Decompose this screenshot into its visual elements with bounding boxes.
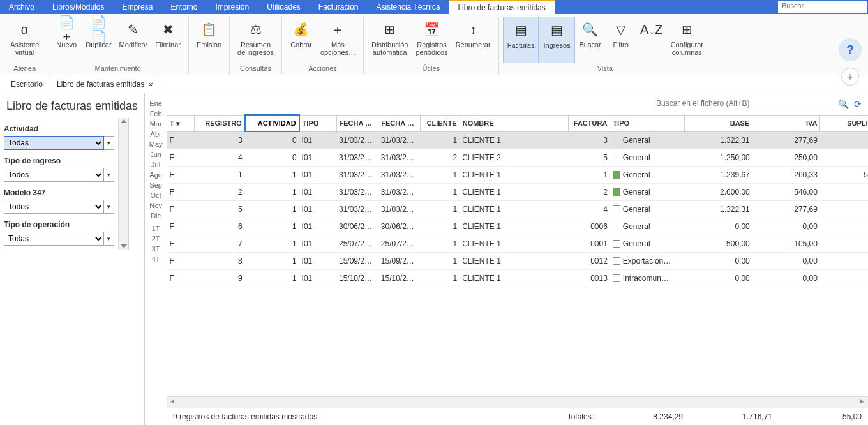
column-header-base[interactable]: BASE [685, 115, 752, 131]
column-header-fecha_e[interactable]: FECHA E… [378, 115, 421, 131]
distribucion-automatica-button[interactable]: ⊞Distribuciónautomática [368, 17, 412, 63]
global-search[interactable] [778, 1, 867, 13]
global-search-input[interactable] [778, 1, 867, 11]
month-item[interactable]: May [145, 139, 167, 149]
menu-item[interactable]: Utilidades [258, 0, 310, 14]
month-item[interactable]: Ene [145, 98, 167, 108]
checkbox-icon[interactable] [613, 188, 620, 196]
month-item[interactable]: Mar [145, 119, 167, 129]
table-row[interactable]: F40I0131/03/20…31/03/20…2CLIENTE 25Gener… [167, 149, 868, 167]
month-item[interactable]: Ago [145, 170, 167, 180]
chevron-down-icon[interactable]: ▾ [174, 119, 180, 127]
filter-select-tipo_ingreso[interactable]: Todos [4, 168, 104, 182]
eliminar-button[interactable]: ✖Eliminar [151, 17, 184, 63]
data-grid[interactable]: T ▾REGISTROACTIVIDADTIPOFECHA R…FECHA E…… [167, 114, 868, 287]
filter-select-actividad[interactable]: Todas [4, 136, 104, 150]
filter-select-modelo347[interactable]: Todos [4, 200, 104, 214]
column-header-factura[interactable]: FACTURA [568, 115, 610, 131]
checkbox-icon[interactable] [613, 257, 620, 265]
column-header-suplido[interactable]: SUPLIDO [820, 115, 868, 131]
horizontal-scrollbar[interactable] [167, 396, 868, 408]
month-item[interactable]: Oct [145, 190, 167, 200]
help-icon[interactable]: ? [839, 38, 862, 61]
table-row[interactable]: F51I0131/03/20…31/03/20…1CLIENTE 14Gener… [167, 201, 868, 218]
month-item[interactable]: Nov [145, 200, 167, 211]
add-tab-button[interactable]: ＋ [841, 68, 859, 86]
column-header-nombre[interactable]: NOMBRE [460, 115, 568, 131]
asistente-virtual-button[interactable]: αAsistentevirtual [6, 17, 43, 63]
checkbox-icon[interactable] [613, 137, 620, 144]
filter-label-tipo_operacion: Tipo de operación [4, 220, 114, 229]
mas-opciones-button[interactable]: ＋Másopciones… [317, 17, 359, 63]
table-row[interactable]: F21I0131/03/20…31/03/20…1CLIENTE 12Gener… [167, 184, 868, 201]
registros-periodicos-button[interactable]: 📅Registrosperiódicos [412, 17, 451, 63]
nuevo-button[interactable]: 📄+Nuevo [51, 17, 82, 63]
column-header-fecha_r[interactable]: FECHA R… [336, 115, 378, 131]
grid-search-input[interactable] [654, 97, 833, 110]
month-item[interactable]: 3T [145, 244, 167, 254]
buscar-button[interactable]: 🔍Buscar [575, 17, 606, 63]
table-row[interactable]: F81I0115/09/20…15/09/20…1CLIENTE 10012Ex… [167, 253, 868, 270]
cell-suplido: 0,0 [820, 201, 868, 218]
column-header-actividad[interactable]: ACTIVIDAD [245, 115, 299, 131]
table-row[interactable]: F71I0125/07/20…25/07/20…1CLIENTE 10001Ge… [167, 235, 868, 253]
cell-fecha_e: 25/07/20… [378, 235, 421, 253]
checkbox-icon[interactable] [613, 171, 620, 179]
column-header-tipo2[interactable]: TIPO [610, 115, 685, 131]
table-row[interactable]: F91I0115/10/20…15/10/20…1CLIENTE 10013In… [167, 270, 868, 287]
table-row[interactable]: F30I0131/03/20…31/03/20…1CLIENTE 13Gener… [167, 131, 868, 149]
column-header-cliente[interactable]: CLIENTE [421, 115, 460, 131]
duplicar-button[interactable]: 📄📄Duplicar [82, 17, 115, 63]
menu-item[interactable]: Asistencia Técnica [368, 0, 449, 14]
menu-item[interactable]: Impresión [206, 0, 258, 14]
cobrar-button[interactable]: 💰Cobrar [286, 17, 317, 63]
modificar-button[interactable]: ✎Modificar [116, 17, 152, 63]
search-icon[interactable]: 🔍 [838, 99, 849, 109]
facturas-button[interactable]: ▤Facturas [503, 17, 539, 63]
orden-button[interactable]: A↓Z [636, 17, 667, 63]
menu-item[interactable]: Libros/Módulos [43, 0, 113, 14]
month-item[interactable]: Abr [145, 129, 167, 139]
close-icon[interactable]: ✕ [148, 81, 153, 88]
chevron-down-icon[interactable]: ▾ [104, 136, 114, 150]
menu-item[interactable]: Entorno [161, 0, 206, 14]
resumen-ingresos-button[interactable]: ⚖Resumende ingresos [234, 17, 278, 63]
chevron-down-icon[interactable]: ▾ [104, 232, 114, 246]
checkbox-icon[interactable] [613, 223, 620, 230]
ingresos-button[interactable]: ▤Ingresos [539, 17, 574, 63]
active-context-tab[interactable]: Libro de facturas emitidas [449, 0, 554, 14]
menu-item[interactable]: Facturación [310, 0, 368, 14]
column-header-t[interactable]: T ▾ [167, 115, 194, 131]
cell-fecha_r: 15/09/20… [336, 253, 378, 270]
checkbox-icon[interactable] [613, 274, 620, 282]
menu-item[interactable]: Archivo [0, 0, 43, 14]
column-header-iva[interactable]: IVA [752, 115, 820, 131]
filter-select-tipo_operacion[interactable]: Todas [4, 232, 104, 246]
filter-scrollbar[interactable] [118, 118, 128, 250]
configurar-columnas-button[interactable]: ⊞Configurarcolumnas [667, 17, 707, 63]
month-item[interactable]: Jun [145, 149, 167, 160]
renumerar-button[interactable]: ↕Renumerar [452, 17, 495, 63]
doc-tab[interactable]: Escritorio [4, 77, 50, 92]
doc-tab[interactable]: Libro de facturas emitidas✕ [50, 77, 160, 92]
checkbox-icon[interactable] [613, 205, 620, 213]
emision-button[interactable]: 📋Emisión [193, 17, 225, 71]
month-item[interactable]: 2T [145, 234, 167, 244]
month-item[interactable]: Feb [145, 108, 167, 119]
refresh-icon[interactable]: ⟳ [854, 99, 862, 109]
table-row[interactable]: F61I0130/06/20…30/06/20…1CLIENTE 10006Ge… [167, 218, 868, 235]
month-item[interactable]: Sep [145, 180, 167, 190]
month-item[interactable]: Jul [145, 160, 167, 170]
checkbox-icon[interactable] [613, 240, 620, 248]
chevron-down-icon[interactable]: ▾ [104, 200, 114, 214]
month-item[interactable]: Dic [145, 211, 167, 221]
column-header-registro[interactable]: REGISTRO [194, 115, 245, 131]
month-item[interactable]: 4T [145, 254, 167, 264]
checkbox-icon[interactable] [613, 154, 620, 161]
month-item[interactable]: 1T [145, 223, 167, 234]
filtro-button[interactable]: ▽Filtro [606, 17, 636, 63]
column-header-tipo[interactable]: TIPO [299, 115, 336, 131]
menu-item[interactable]: Empresa [113, 0, 161, 14]
table-row[interactable]: F11I0131/03/20…31/03/20…1CLIENTE 11Gener… [167, 167, 868, 184]
chevron-down-icon[interactable]: ▾ [104, 168, 114, 182]
